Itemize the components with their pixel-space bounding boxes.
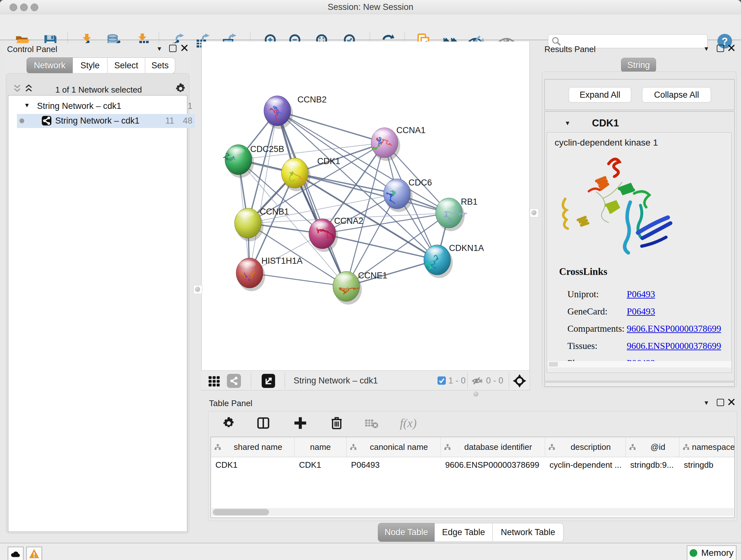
network-tree-list[interactable]: ▼String Network – cdk11String Network – … <box>8 95 187 532</box>
string-network-badge-icon[interactable] <box>227 374 241 388</box>
column-header-name[interactable]: name <box>294 437 347 457</box>
network-node-CDKN1A[interactable]: CDKN1A <box>424 243 484 278</box>
network-column-icon <box>349 443 357 451</box>
column-header-databaseidentifier[interactable]: database identifier <box>441 437 545 457</box>
table-horizontal-scrollbar[interactable] <box>212 508 734 516</box>
separator <box>251 373 251 388</box>
crosslink-label: Compartments: <box>567 323 624 334</box>
network-column-icon <box>682 443 690 451</box>
node-table-header: shared namenamecanonical namedatabase id… <box>211 437 735 457</box>
table-panel-close-icon[interactable] <box>728 398 735 406</box>
table-cell[interactable]: CDK1 <box>294 457 347 475</box>
delete-table-icon[interactable] <box>365 419 378 429</box>
results-panel-menu-icon[interactable]: ▼ <box>703 46 710 52</box>
external-link-icon[interactable] <box>262 374 275 388</box>
table-row[interactable]: CDK1CDK1P064939606.ENSP00000378699cyclin… <box>211 457 735 475</box>
table-panel-float-icon[interactable] <box>717 399 724 406</box>
warning-button[interactable] <box>26 547 42 560</box>
control-panel-menu-icon[interactable]: ▼ <box>156 46 162 52</box>
network-node-CCNA1[interactable]: CCNA1 <box>371 125 426 161</box>
crosslinks-title: CrossLinks <box>559 266 607 277</box>
delete-column-trash-icon[interactable] <box>330 415 344 430</box>
network-column-icon <box>443 443 452 451</box>
right-splitter-handle[interactable] <box>530 208 539 217</box>
collapse-all-icon[interactable] <box>12 84 22 93</box>
tree-expander-icon[interactable]: ▼ <box>24 102 30 109</box>
network-options-gear-icon[interactable] <box>175 82 187 95</box>
crosslink-link[interactable]: P06493 <box>627 289 655 300</box>
crosslink-link[interactable]: P06493 <box>627 306 655 317</box>
control-panel-float-icon[interactable] <box>169 45 177 52</box>
network-tree-row[interactable]: ▼String Network – cdk11 <box>17 99 195 113</box>
network-view-canvas[interactable]: CCNB2CCNA1CDC25BCDK1CDC6RB1CCNB1CCNA2CDK… <box>201 42 530 370</box>
crosslink-label: GeneCard: <box>567 306 608 317</box>
node-label-CCNA2: CCNA2 <box>334 216 363 226</box>
table-cell[interactable]: stringdb <box>679 457 735 475</box>
grid-view-icon[interactable] <box>208 375 220 387</box>
table-cell[interactable]: stringdb:9... <box>626 457 679 475</box>
hidden-eye-slash-icon[interactable] <box>471 375 483 386</box>
results-collapsed-strip <box>544 382 735 387</box>
edge-count: 1 <box>175 101 192 111</box>
crosslink-link[interactable]: 9606.ENSP00000378699 <box>627 323 721 334</box>
node-label-CCNB2: CCNB2 <box>297 95 327 105</box>
table-panel-menu-icon[interactable]: ▼ <box>703 400 710 406</box>
bottom-splitter-handle[interactable] <box>473 391 478 396</box>
network-node-HIST1H1A[interactable]: HIST1H1A <box>236 256 302 291</box>
selected-checkbox-icon[interactable] <box>437 376 446 385</box>
results-panel-float-icon[interactable] <box>717 45 724 52</box>
string-app-badge-icon <box>42 116 51 125</box>
network-node-CCNB1[interactable]: CCNB1 <box>234 207 289 241</box>
column-header-canonicalname[interactable]: canonical name <box>347 437 441 457</box>
column-header-sharedname[interactable]: shared name <box>211 437 294 457</box>
show-columns-icon[interactable] <box>256 416 270 430</box>
node-table[interactable]: shared namenamecanonical namedatabase id… <box>211 437 735 518</box>
crosshair-locate-icon[interactable] <box>513 374 526 388</box>
tab-edge-table[interactable]: Edge Table <box>434 523 493 542</box>
separator <box>285 373 285 388</box>
collapse-all-button[interactable]: Collapse All <box>642 87 711 103</box>
column-header-id[interactable]: @id <box>626 437 679 457</box>
control-panel-close-icon[interactable] <box>181 44 188 51</box>
network-view-toolbar: String Network – cdk1 1 - 0 0 - 0 <box>201 370 530 390</box>
table-cell[interactable]: 9606.ENSP00000378699 <box>441 457 545 475</box>
network-node-CCNB2[interactable]: CCNB2 <box>264 95 327 129</box>
table-cell[interactable]: P06493 <box>347 457 441 475</box>
expand-all-icon[interactable] <box>24 84 33 93</box>
selected-count: 1 - 0 <box>448 371 466 391</box>
table-options-gear-icon[interactable] <box>222 416 236 430</box>
tab-style[interactable]: Style <box>73 57 108 73</box>
add-column-icon[interactable] <box>293 416 307 430</box>
node-count: 11 <box>153 116 174 126</box>
scrollbar-thumb[interactable] <box>213 509 269 515</box>
tab-network[interactable]: Network <box>26 57 73 73</box>
network-node-CCNA2[interactable]: CCNA2 <box>309 216 363 252</box>
function-builder-icon[interactable]: f(x) <box>400 416 417 430</box>
results-panel-close-icon[interactable] <box>728 44 735 51</box>
network-tree-row[interactable]: String Network – cdk11148 <box>17 114 195 128</box>
node-label-CDC25B: CDC25B <box>250 144 284 154</box>
column-header-namespace[interactable]: namespace <box>679 437 735 457</box>
network-node-RB1[interactable]: RB1 <box>435 197 478 231</box>
results-panel-title: Results Panel <box>544 44 596 54</box>
crosslink-link[interactable]: 9606.ENSP00000378699 <box>627 341 721 351</box>
left-splitter-handle[interactable] <box>193 285 202 294</box>
table-cell[interactable]: cyclin-dependent ... <box>545 457 626 475</box>
tab-node-table[interactable]: Node Table <box>378 523 434 542</box>
results-mini-scrollbar[interactable] <box>548 361 731 368</box>
cdk1-collapse-icon[interactable]: ▼ <box>564 120 570 126</box>
network-name: String Network – cdk1 <box>37 101 121 111</box>
results-buttons-box: Expand All Collapse All <box>544 79 735 110</box>
table-cell[interactable]: CDK1 <box>211 457 294 475</box>
network-node-CCNE1[interactable]: CCNE1 <box>333 271 387 305</box>
tab-network-table[interactable]: Network Table <box>493 523 563 542</box>
tab-select[interactable]: Select <box>108 57 145 73</box>
column-header-description[interactable]: description <box>545 437 626 457</box>
tab-sets[interactable]: Sets <box>145 57 175 73</box>
expand-all-button[interactable]: Expand All <box>569 87 631 103</box>
tab-string[interactable]: String <box>621 58 656 72</box>
cloud-button[interactable] <box>8 547 23 560</box>
table-panel-title: Table Panel <box>209 398 253 408</box>
network-name: String Network – cdk1 <box>55 116 139 126</box>
memory-button[interactable]: Memory <box>687 545 737 560</box>
